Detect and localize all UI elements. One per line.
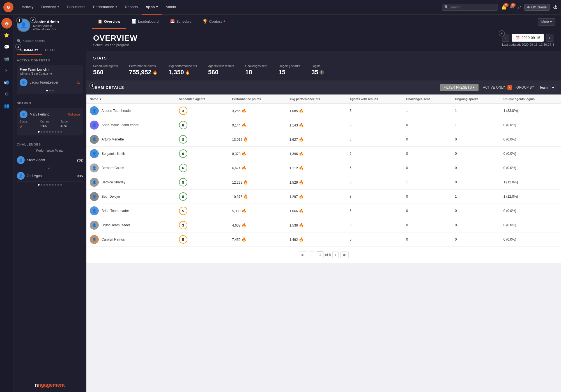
subnav-contest[interactable]: 🏆 Contest — [197, 15, 231, 29]
nav-documents[interactable]: Documents — [63, 0, 89, 15]
table-row[interactable]: 👤 Brian TeamLeader 5 5,330 🔥 1,066 🔥 5 0… — [86, 204, 561, 218]
table-row[interactable]: 👤 Alberto TeamLeader 3 3,255 🔥 1,085 🔥 3… — [86, 104, 561, 118]
subnav-overview[interactable]: 📋 Overview — [92, 15, 126, 29]
cell-name: 👤 Benjamin Smith — [86, 147, 176, 161]
table-row[interactable]: 👤 Bernard Couch 6 6,674 🔥 1,112 🔥 6 0 0 … — [86, 161, 561, 175]
more-button[interactable]: More ▾ — [538, 18, 555, 26]
stat-label: Avg performance pts — [169, 64, 197, 68]
agent-demo: nGuvu-Demo-V2 — [33, 27, 59, 31]
last-updated: Last updated: 2020-09-16, 12:56:24 ℹ — [502, 43, 554, 47]
cell-perf-pts: 10,376 🔥 — [229, 190, 286, 204]
step-2-badge: 2 — [30, 17, 36, 23]
share-button[interactable]: ⇄ — [517, 4, 521, 10]
video-icon-btn[interactable]: 📹 — [1, 53, 12, 64]
cell-scheduled: 8 — [176, 132, 229, 147]
cell-name: 👤 Bernice Sharley — [86, 175, 176, 190]
row-name: Benjamin Smith — [102, 152, 125, 156]
search-agents-bar[interactable]: 🔍 — [13, 36, 86, 46]
cell-avg-pts: 1,112 🔥 — [286, 161, 346, 175]
top-nav: G Activity Directory▾ Documents Performa… — [0, 0, 561, 15]
nav-admin[interactable]: Admin — [162, 0, 180, 15]
vs-label: VS. — [17, 166, 83, 170]
contest-title: Free Team Lunch — [20, 68, 47, 72]
tab-feed[interactable]: FEED — [42, 46, 58, 55]
subnav-schedule[interactable]: 📅 Schedule — [164, 15, 197, 29]
table-row[interactable]: 👤 Carolyn Ramos 5 7,459 🔥 1,492 🔥 5 0 0 … — [86, 232, 561, 247]
fire-icon: 🔥 — [242, 151, 246, 156]
home-icon-btn[interactable]: 🏠 — [1, 18, 12, 29]
sparks-title: SPARKS — [17, 102, 83, 105]
row-name: Carolyn Ramos — [102, 237, 125, 241]
status-dot — [527, 6, 530, 8]
logo-icon[interactable]: G — [3, 2, 13, 12]
stat-label: Scheduled agents — [93, 64, 118, 68]
table-row[interactable]: 👤 Bernice Sharley 8 12,229 🔥 1,529 🔥 8 1… — [86, 175, 561, 190]
cell-name: 👤 Anna-Marie TeamLeader — [86, 118, 176, 132]
pagination: ⏮ ‹ 1 of 8 › ⏭ — [86, 247, 561, 263]
challenge-name-2: Joel Agent — [27, 174, 74, 178]
row-name: Anna-Marie TeamLeader — [102, 123, 139, 127]
star-icon-btn[interactable]: ⭐ — [1, 30, 12, 40]
settings-icon-btn[interactable]: ⚙ — [1, 89, 12, 99]
status-button[interactable]: Off Queue — [524, 4, 550, 11]
fire-icon: 🔥 — [243, 137, 248, 142]
messages-button[interactable]: ✉55 — [510, 4, 514, 10]
cut-icon-btn[interactable]: ✂ — [1, 65, 12, 76]
subnav-leaderboard[interactable]: 📊 Leaderboard — [126, 15, 164, 29]
challenges-section: CHALLENGES Performance Points 👤 Steve Ag… — [13, 139, 86, 187]
nav-directory[interactable]: Directory▾ — [37, 0, 63, 15]
nav-reports[interactable]: Reports — [121, 0, 142, 15]
fire-icon: 🔥 — [243, 180, 248, 185]
page-info: of 8 — [325, 253, 331, 257]
global-search[interactable]: 🔍 — [442, 4, 498, 11]
table-row[interactable]: 👤 Beth Deloye 8 10,376 🔥 1,297 🔥 8 0 1 1… — [86, 190, 561, 204]
active-contests-section: ACTIVE CONTESTS Free Team Lunch ℹ Winner… — [13, 55, 86, 98]
challenges-subtitle: Performance Points — [17, 149, 83, 152]
cell-name: 👤 Carolyn Ramos — [86, 232, 176, 247]
nav-activity[interactable]: Activity — [18, 0, 37, 15]
leaderboard-icon: 📊 — [132, 19, 136, 24]
fire-icon: 🔥 — [299, 109, 304, 113]
search-input[interactable] — [450, 5, 495, 9]
group-by-select[interactable]: Team Agent Role — [536, 84, 555, 91]
col-agents-results: Agents with results — [346, 94, 403, 104]
first-page-button[interactable]: ⏮ — [299, 252, 307, 258]
stat-item: Logins 35? — [311, 64, 324, 76]
active-only-checkbox[interactable]: ✓ — [507, 85, 512, 90]
cell-logins: 1 (12.0%) — [500, 190, 561, 204]
col-name[interactable]: Name ▲ — [86, 94, 176, 104]
stat-value: 560 — [208, 69, 234, 76]
row-name: Bernard Couch — [102, 166, 124, 170]
stat-item: Scheduled agents 560 — [93, 64, 118, 76]
cell-challenges: 1 — [403, 104, 452, 118]
table-row[interactable]: 👤 Arturo Merlette 8 13,012 🔥 1,627 🔥 8 0… — [86, 132, 561, 147]
prev-page-button[interactable]: ‹ — [309, 252, 315, 258]
stat-value: 755,952🔥 — [129, 69, 157, 76]
challenges-title: CHALLENGES — [17, 143, 83, 146]
search-agents-input[interactable] — [23, 39, 83, 43]
nav-performance[interactable]: Performance▾ — [89, 0, 121, 15]
next-page-button[interactable]: › — [332, 252, 339, 258]
cell-agents-results: 6 — [346, 161, 403, 175]
team-details-title: TEAM DETAILS — [92, 85, 124, 90]
table-row[interactable]: 👤 Bruno TeamLeader 3 4,608 🔥 1,536 🔥 3 0… — [86, 218, 561, 232]
last-page-button[interactable]: ⏭ — [340, 252, 349, 258]
table-row[interactable]: 👤 Benjamin Smith 6 8,373 🔥 1,396 🔥 6 0 0… — [86, 147, 561, 161]
cell-challenges: 0 — [403, 118, 452, 132]
date-next-button[interactable]: › — [546, 34, 553, 42]
filter-presets-button[interactable]: FILTER PRESETS ▾ — [440, 84, 479, 91]
current-page-button[interactable]: 1 — [317, 252, 324, 258]
table-row[interactable]: 👤 Anna-Marie TeamLeader 8 9,144 🔥 1,143 … — [86, 118, 561, 132]
col-avg-pts: Avg performance pts — [286, 94, 346, 104]
notifications-button[interactable]: 🔔29 — [501, 4, 507, 10]
stat-value: 18 — [245, 69, 267, 76]
cell-perf-pts: 6,674 🔥 — [229, 161, 286, 175]
cell-name: 👤 Arturo Merlette — [86, 132, 176, 147]
inbox-icon-btn[interactable]: 📬 — [1, 77, 12, 87]
nav-apps[interactable]: Apps▾ — [142, 0, 162, 15]
contest-avatar: 👤 — [20, 79, 27, 86]
fire-icon: 🔥 — [299, 223, 304, 227]
users-icon-btn[interactable]: 👥 — [1, 100, 12, 111]
power-button[interactable]: ⏻ — [553, 5, 558, 10]
chat-icon-btn[interactable]: 💬 — [1, 41, 12, 52]
